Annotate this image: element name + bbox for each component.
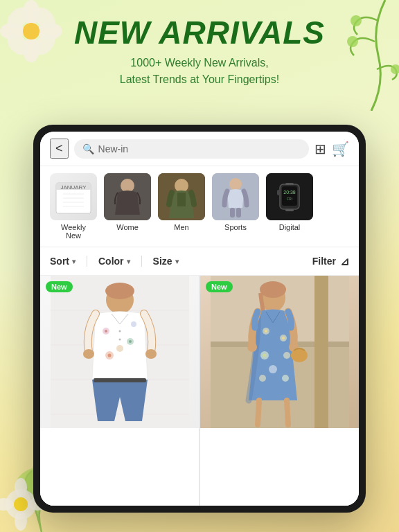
sort-label: Sort [50, 256, 69, 267]
svg-point-17 [15, 478, 27, 497]
svg-point-64 [83, 349, 94, 359]
size-label: Size [153, 256, 172, 267]
category-weekly-new-image: JANUARY [50, 173, 97, 220]
svg-point-65 [145, 349, 157, 359]
svg-point-60 [116, 345, 123, 352]
product-image-2 [200, 276, 359, 428]
svg-text:20:38: 20:38 [283, 190, 296, 195]
category-men-label: Men [174, 223, 188, 231]
category-women-label: Wome [116, 223, 139, 231]
svg-point-79 [269, 365, 277, 373]
svg-rect-44 [285, 209, 294, 211]
svg-point-52 [105, 283, 134, 299]
svg-point-58 [107, 354, 111, 357]
search-input-wrapper[interactable]: 🔍 New-in [74, 139, 309, 159]
category-women-image [104, 173, 151, 220]
subtitle-line1: 1000+ Weekly New Arrivals, [130, 57, 268, 69]
svg-point-82 [247, 342, 257, 352]
products-grid: New [40, 276, 359, 506]
new-badge-1: New [46, 281, 73, 292]
svg-text:JANUARY: JANUARY [60, 184, 87, 190]
header-area: NEW ARRIVALS 1000+ Weekly New Arrivals, … [0, 0, 399, 88]
color-label: Color [98, 256, 124, 267]
svg-point-18 [15, 511, 27, 531]
filter-button[interactable]: Filter ⊿ [312, 255, 349, 268]
svg-point-62 [118, 339, 121, 341]
category-sports-image [212, 173, 259, 220]
tablet-frame: < 🔍 New-in ⊞ 🛒 JANUARY [33, 125, 366, 513]
product-card-2[interactable]: New [200, 276, 359, 506]
cart-icon[interactable]: 🛒 [332, 141, 349, 157]
svg-rect-33 [177, 193, 186, 206]
category-sports[interactable]: Sports [212, 173, 259, 240]
svg-point-73 [265, 330, 267, 332]
new-badge-2: New [206, 281, 233, 292]
svg-rect-37 [236, 208, 241, 218]
search-icon: 🔍 [82, 143, 94, 154]
sort-chevron-icon: ▾ [72, 258, 76, 265]
svg-point-71 [260, 281, 286, 298]
svg-text:FRI: FRI [287, 197, 292, 201]
svg-rect-45 [277, 190, 280, 195]
sort-button[interactable]: Sort ▾ [50, 253, 85, 269]
svg-point-78 [283, 352, 290, 359]
main-title: NEW ARRIVALS [0, 15, 399, 51]
color-button[interactable]: Color ▾ [89, 253, 140, 269]
subtitle: 1000+ Weekly New Arrivals, Latest Trends… [0, 55, 399, 88]
category-digital-label: Digital [279, 223, 301, 231]
category-weekly-new[interactable]: JANUARY WeeklyNew [50, 173, 97, 240]
categories-bar: JANUARY WeeklyNew [40, 166, 359, 247]
svg-rect-69 [314, 276, 328, 428]
category-weekly-new-label: WeeklyNew [61, 223, 86, 240]
svg-rect-36 [230, 208, 235, 218]
size-button[interactable]: Size ▾ [143, 253, 188, 269]
svg-point-80 [259, 375, 266, 382]
product-image-1 [40, 276, 199, 428]
category-men[interactable]: Men [158, 173, 205, 240]
svg-point-35 [229, 178, 242, 190]
back-button[interactable]: < [50, 139, 69, 159]
category-digital-image: 20:38 FRI [266, 173, 313, 220]
category-women[interactable]: Wome [104, 173, 151, 240]
search-input-text: New-in [98, 143, 129, 154]
tablet-screen: < 🔍 New-in ⊞ 🛒 JANUARY [40, 132, 359, 506]
subtitle-line2: Latest Trends at Your Fingertips! [120, 73, 279, 85]
product-card-1[interactable]: New [40, 276, 199, 506]
svg-point-54 [105, 330, 107, 332]
svg-rect-63 [94, 378, 146, 382]
filter-funnel-icon: ⊿ [340, 255, 349, 268]
svg-point-21 [14, 497, 28, 511]
search-bar: < 🔍 New-in ⊞ 🛒 [40, 132, 359, 166]
svg-point-61 [118, 330, 121, 332]
color-chevron-icon: ▾ [127, 258, 130, 265]
grid-view-icon[interactable]: ⊞ [314, 141, 326, 157]
filter-bar: Sort ▾ Color ▾ Size ▾ Filter ⊿ [40, 247, 359, 276]
category-sports-label: Sports [224, 223, 247, 231]
svg-point-77 [263, 354, 266, 357]
size-chevron-icon: ▾ [175, 258, 179, 265]
filter-divider-1 [87, 256, 87, 267]
category-men-image [158, 173, 205, 220]
filter-label: Filter [312, 256, 336, 267]
category-digital[interactable]: 20:38 FRI Digital [266, 173, 313, 240]
filter-divider-2 [141, 256, 142, 267]
svg-point-81 [282, 375, 289, 382]
svg-rect-43 [285, 183, 294, 185]
svg-point-59 [131, 321, 136, 327]
svg-point-75 [282, 337, 285, 339]
svg-point-84 [291, 348, 308, 362]
svg-point-56 [129, 340, 132, 343]
